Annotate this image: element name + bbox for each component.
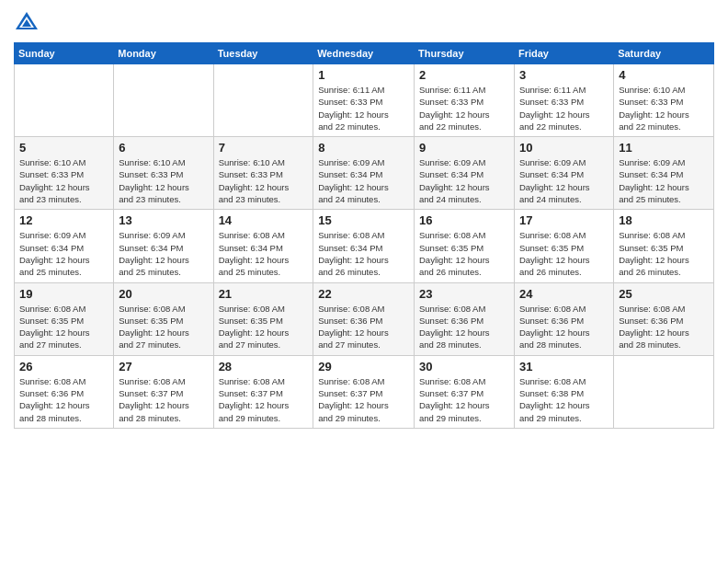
- day-cell: 17Sunrise: 6:08 AMSunset: 6:35 PMDayligh…: [514, 210, 613, 282]
- day-cell: 10Sunrise: 6:09 AMSunset: 6:34 PMDayligh…: [514, 137, 613, 210]
- day-info: Sunrise: 6:08 AMSunset: 6:37 PMDaylight:…: [119, 375, 208, 424]
- day-number: 2: [419, 68, 509, 82]
- weekday-header-saturday: Saturday: [614, 43, 714, 64]
- day-info: Sunrise: 6:08 AMSunset: 6:35 PMDaylight:…: [519, 229, 609, 278]
- day-info: Sunrise: 6:10 AMSunset: 6:33 PMDaylight:…: [119, 156, 208, 205]
- day-cell: 26Sunrise: 6:08 AMSunset: 6:36 PMDayligh…: [15, 355, 114, 428]
- day-info: Sunrise: 6:09 AMSunset: 6:34 PMDaylight:…: [119, 229, 208, 278]
- page: SundayMondayTuesdayWednesdayThursdayFrid…: [0, 0, 728, 563]
- day-cell: [114, 64, 213, 137]
- day-number: 24: [519, 287, 609, 301]
- day-number: 15: [318, 213, 409, 227]
- logo-icon: [14, 9, 40, 35]
- day-number: 18: [619, 213, 709, 227]
- week-row-2: 12Sunrise: 6:09 AMSunset: 6:34 PMDayligh…: [15, 210, 714, 282]
- day-info: Sunrise: 6:10 AMSunset: 6:33 PMDaylight:…: [19, 156, 108, 205]
- day-number: 31: [519, 360, 609, 373]
- day-number: 7: [219, 141, 309, 155]
- day-number: 8: [318, 141, 409, 155]
- day-info: Sunrise: 6:08 AMSunset: 6:35 PMDaylight:…: [119, 303, 208, 351]
- day-info: Sunrise: 6:10 AMSunset: 6:33 PMDaylight:…: [619, 84, 709, 132]
- day-cell: [614, 355, 714, 428]
- header: [14, 9, 714, 35]
- day-number: 21: [219, 287, 309, 301]
- day-info: Sunrise: 6:09 AMSunset: 6:34 PMDaylight:…: [619, 156, 709, 205]
- day-number: 3: [519, 68, 609, 82]
- day-cell: 12Sunrise: 6:09 AMSunset: 6:34 PMDayligh…: [15, 210, 114, 282]
- day-number: 29: [318, 360, 409, 373]
- day-cell: 5Sunrise: 6:10 AMSunset: 6:33 PMDaylight…: [15, 137, 114, 210]
- day-info: Sunrise: 6:11 AMSunset: 6:33 PMDaylight:…: [419, 84, 509, 132]
- day-info: Sunrise: 6:08 AMSunset: 6:36 PMDaylight:…: [419, 303, 509, 351]
- day-number: 4: [619, 68, 709, 82]
- day-number: 11: [619, 141, 709, 155]
- day-info: Sunrise: 6:08 AMSunset: 6:35 PMDaylight:…: [19, 303, 108, 351]
- day-number: 9: [419, 141, 509, 155]
- day-info: Sunrise: 6:10 AMSunset: 6:33 PMDaylight:…: [219, 156, 309, 205]
- day-cell: 6Sunrise: 6:10 AMSunset: 6:33 PMDaylight…: [114, 137, 213, 210]
- day-number: 27: [119, 360, 208, 373]
- day-info: Sunrise: 6:08 AMSunset: 6:35 PMDaylight:…: [219, 303, 309, 351]
- day-info: Sunrise: 6:08 AMSunset: 6:34 PMDaylight:…: [318, 229, 409, 278]
- day-cell: 30Sunrise: 6:08 AMSunset: 6:37 PMDayligh…: [415, 355, 515, 428]
- day-cell: 23Sunrise: 6:08 AMSunset: 6:36 PMDayligh…: [415, 282, 515, 355]
- day-info: Sunrise: 6:09 AMSunset: 6:34 PMDaylight:…: [419, 156, 509, 205]
- day-cell: 22Sunrise: 6:08 AMSunset: 6:36 PMDayligh…: [313, 282, 415, 355]
- day-cell: [15, 64, 114, 137]
- day-cell: 18Sunrise: 6:08 AMSunset: 6:35 PMDayligh…: [614, 210, 714, 282]
- day-number: 1: [318, 68, 409, 82]
- day-cell: 16Sunrise: 6:08 AMSunset: 6:35 PMDayligh…: [415, 210, 515, 282]
- day-info: Sunrise: 6:08 AMSunset: 6:36 PMDaylight:…: [619, 303, 709, 351]
- day-cell: 21Sunrise: 6:08 AMSunset: 6:35 PMDayligh…: [213, 282, 313, 355]
- day-cell: 3Sunrise: 6:11 AMSunset: 6:33 PMDaylight…: [514, 64, 613, 137]
- day-number: 5: [19, 141, 108, 155]
- week-row-3: 19Sunrise: 6:08 AMSunset: 6:35 PMDayligh…: [15, 282, 714, 355]
- day-cell: 19Sunrise: 6:08 AMSunset: 6:35 PMDayligh…: [15, 282, 114, 355]
- weekday-header-sunday: Sunday: [15, 43, 114, 64]
- day-number: 20: [119, 287, 208, 301]
- day-cell: 13Sunrise: 6:09 AMSunset: 6:34 PMDayligh…: [114, 210, 213, 282]
- day-info: Sunrise: 6:11 AMSunset: 6:33 PMDaylight:…: [519, 84, 609, 132]
- day-cell: 29Sunrise: 6:08 AMSunset: 6:37 PMDayligh…: [313, 355, 415, 428]
- day-info: Sunrise: 6:08 AMSunset: 6:36 PMDaylight:…: [19, 375, 108, 424]
- day-number: 14: [219, 213, 309, 227]
- week-row-1: 5Sunrise: 6:10 AMSunset: 6:33 PMDaylight…: [15, 137, 714, 210]
- day-cell: 25Sunrise: 6:08 AMSunset: 6:36 PMDayligh…: [614, 282, 714, 355]
- day-info: Sunrise: 6:08 AMSunset: 6:37 PMDaylight:…: [419, 375, 509, 424]
- day-cell: 20Sunrise: 6:08 AMSunset: 6:35 PMDayligh…: [114, 282, 213, 355]
- calendar-table: SundayMondayTuesdayWednesdayThursdayFrid…: [14, 42, 714, 429]
- day-cell: 4Sunrise: 6:10 AMSunset: 6:33 PMDaylight…: [614, 64, 714, 137]
- day-info: Sunrise: 6:09 AMSunset: 6:34 PMDaylight:…: [519, 156, 609, 205]
- day-info: Sunrise: 6:08 AMSunset: 6:34 PMDaylight:…: [219, 229, 309, 278]
- day-cell: 31Sunrise: 6:08 AMSunset: 6:38 PMDayligh…: [514, 355, 613, 428]
- day-number: 22: [318, 287, 409, 301]
- day-number: 26: [19, 360, 108, 373]
- day-info: Sunrise: 6:08 AMSunset: 6:37 PMDaylight:…: [219, 375, 309, 424]
- day-cell: 24Sunrise: 6:08 AMSunset: 6:36 PMDayligh…: [514, 282, 613, 355]
- day-number: 19: [19, 287, 108, 301]
- day-number: 23: [419, 287, 509, 301]
- day-cell: 28Sunrise: 6:08 AMSunset: 6:37 PMDayligh…: [213, 355, 313, 428]
- day-number: 30: [419, 360, 509, 373]
- day-info: Sunrise: 6:11 AMSunset: 6:33 PMDaylight:…: [318, 84, 409, 132]
- day-cell: 11Sunrise: 6:09 AMSunset: 6:34 PMDayligh…: [614, 137, 714, 210]
- day-number: 13: [119, 213, 208, 227]
- day-number: 12: [19, 213, 108, 227]
- weekday-header-tuesday: Tuesday: [213, 43, 313, 64]
- day-cell: 8Sunrise: 6:09 AMSunset: 6:34 PMDaylight…: [313, 137, 415, 210]
- day-info: Sunrise: 6:08 AMSunset: 6:36 PMDaylight:…: [318, 303, 409, 351]
- day-number: 10: [519, 141, 609, 155]
- day-info: Sunrise: 6:09 AMSunset: 6:34 PMDaylight:…: [318, 156, 409, 205]
- day-number: 16: [419, 213, 509, 227]
- day-cell: 7Sunrise: 6:10 AMSunset: 6:33 PMDaylight…: [213, 137, 313, 210]
- day-number: 17: [519, 213, 609, 227]
- logo: [14, 9, 43, 35]
- weekday-header-row: SundayMondayTuesdayWednesdayThursdayFrid…: [15, 43, 714, 64]
- day-cell: [213, 64, 313, 137]
- week-row-0: 1Sunrise: 6:11 AMSunset: 6:33 PMDaylight…: [15, 64, 714, 137]
- weekday-header-monday: Monday: [114, 43, 213, 64]
- day-info: Sunrise: 6:08 AMSunset: 6:36 PMDaylight:…: [519, 303, 609, 351]
- weekday-header-thursday: Thursday: [415, 43, 515, 64]
- day-cell: 27Sunrise: 6:08 AMSunset: 6:37 PMDayligh…: [114, 355, 213, 428]
- weekday-header-wednesday: Wednesday: [313, 43, 415, 64]
